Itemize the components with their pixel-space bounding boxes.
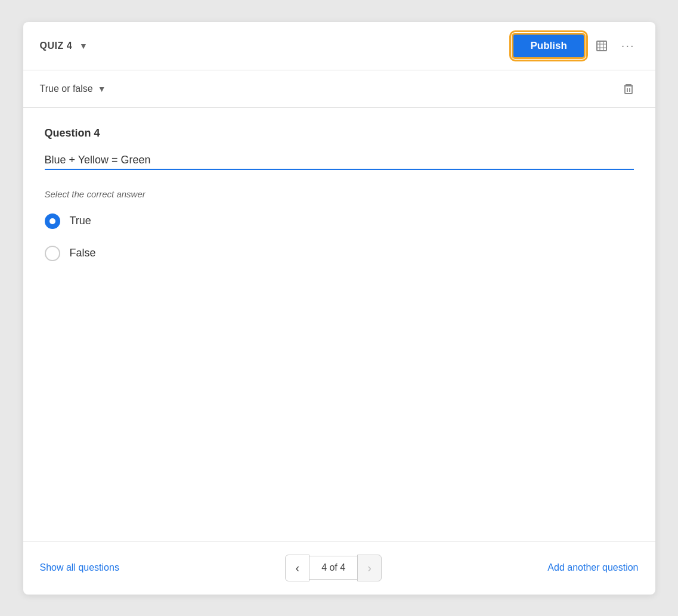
subheader: True or false ▼	[23, 70, 655, 108]
next-page-button: ›	[357, 555, 382, 581]
more-options-icon: ···	[621, 39, 635, 52]
delete-question-button[interactable]	[618, 79, 639, 99]
quiz-card: QUIZ 4 ▼ Publish ··· True or false ▼	[23, 22, 655, 595]
question-input-wrapper	[45, 151, 634, 170]
publish-button[interactable]: Publish	[512, 33, 585, 59]
main-content: Question 4 Select the correct answer Tru…	[23, 108, 655, 541]
radio-true-inner	[49, 218, 55, 224]
next-icon: ›	[367, 561, 371, 575]
pagination: ‹ 4 of 4 ›	[285, 555, 381, 581]
question-type-selector[interactable]: True or false ▼	[40, 83, 106, 94]
question-label: Question 4	[45, 127, 634, 140]
quiz-dropdown-icon[interactable]: ▼	[79, 41, 88, 51]
page-indicator: 4 of 4	[309, 556, 357, 580]
select-answer-label: Select the correct answer	[45, 189, 634, 199]
option-true-label: True	[70, 215, 91, 227]
footer: Show all questions ‹ 4 of 4 › Add anothe…	[23, 541, 655, 595]
header-left: QUIZ 4 ▼	[40, 41, 88, 51]
question-text-input[interactable]	[45, 151, 634, 170]
trash-icon	[622, 82, 635, 95]
radio-false[interactable]	[45, 246, 60, 261]
answer-option-true[interactable]: True	[45, 213, 634, 229]
prev-page-button[interactable]: ‹	[285, 555, 309, 581]
fullscreen-button[interactable]	[592, 36, 612, 56]
prev-icon: ‹	[295, 561, 299, 575]
more-options-button[interactable]: ···	[618, 35, 639, 56]
question-type-chevron-icon: ▼	[98, 84, 106, 94]
answer-option-false[interactable]: False	[45, 246, 634, 261]
radio-true[interactable]	[45, 213, 60, 229]
question-type-label: True or false	[40, 83, 93, 94]
option-false-label: False	[70, 247, 96, 259]
header: QUIZ 4 ▼ Publish ···	[23, 22, 655, 70]
svg-rect-1	[625, 86, 632, 94]
fullscreen-icon	[595, 39, 608, 52]
quiz-title: QUIZ 4	[40, 41, 73, 51]
header-right: Publish ···	[512, 33, 638, 59]
add-question-link[interactable]: Add another question	[547, 562, 638, 573]
svg-rect-0	[597, 41, 606, 51]
show-all-questions-link[interactable]: Show all questions	[40, 562, 119, 573]
